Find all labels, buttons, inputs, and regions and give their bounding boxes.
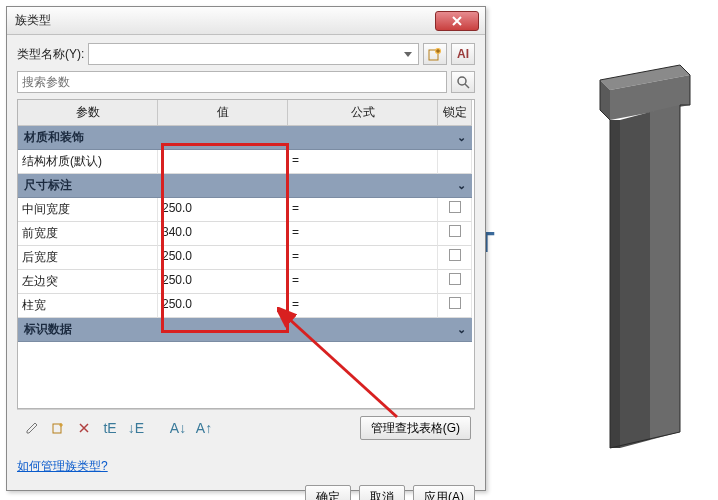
3d-column-preview [580,60,700,460]
sort-desc-button[interactable]: A↑ [193,417,215,439]
cell-lock[interactable] [438,150,472,174]
new-type-button[interactable] [423,43,447,65]
cancel-button[interactable]: 取消 [359,485,405,500]
close-icon [451,15,463,27]
help-link[interactable]: 如何管理族类型? [17,459,108,473]
type-name-label: 类型名称(Y): [17,46,84,63]
cell-value[interactable]: 250.0 [158,294,288,318]
cell-param[interactable]: 左边突 [18,270,158,294]
svg-marker-11 [620,112,650,448]
cell-formula[interactable]: = [288,270,438,294]
cell-param[interactable]: 中间宽度 [18,198,158,222]
cell-formula[interactable]: = [288,222,438,246]
section-materials[interactable]: 材质和装饰 ⌄ [18,126,472,150]
delete-param-button[interactable] [73,417,95,439]
move-down-icon: ↓E [128,420,144,436]
rename-type-button[interactable]: AI [451,43,475,65]
section-identity[interactable]: 标识数据 ⌄ [18,318,472,342]
search-input[interactable] [17,71,447,93]
type-name-row: 类型名称(Y): AI [17,43,475,65]
cell-value[interactable]: 250.0 [158,246,288,270]
new-param-icon [51,421,65,435]
svg-marker-13 [610,120,620,448]
lock-checkbox[interactable] [449,225,461,237]
col-value: 值 [158,100,288,126]
move-up-button[interactable]: tE [99,417,121,439]
cell-lock[interactable] [438,198,472,222]
move-up-icon: tE [103,420,116,436]
lock-checkbox[interactable] [449,273,461,285]
dialog-footer: 确定 取消 应用(A) [7,481,485,500]
cell-formula[interactable]: = [288,198,438,222]
ok-button[interactable]: 确定 [305,485,351,500]
move-down-button[interactable]: ↓E [125,417,147,439]
cell-param[interactable]: 后宽度 [18,246,158,270]
cell-value[interactable] [158,150,288,174]
titlebar: 族类型 [7,7,485,35]
cell-value[interactable]: 340.0 [158,222,288,246]
new-param-button[interactable] [47,417,69,439]
lock-checkbox[interactable] [449,297,461,309]
dialog-title: 族类型 [15,12,51,29]
delete-icon [77,421,91,435]
search-row [17,71,475,93]
apply-button[interactable]: 应用(A) [413,485,475,500]
lock-checkbox[interactable] [449,249,461,261]
cell-lock[interactable] [438,270,472,294]
col-lock: 锁定 [438,100,472,126]
parameter-table: 参数 值 公式 锁定 材质和装饰 ⌄ 结构材质(默认) = 尺寸标注 ⌄ 中间宽… [17,99,475,409]
cell-param[interactable]: 前宽度 [18,222,158,246]
cell-value[interactable]: 250.0 [158,270,288,294]
cell-formula[interactable]: = [288,294,438,318]
manage-lookup-button[interactable]: 管理查找表格(G) [360,416,471,440]
cell-lock[interactable] [438,294,472,318]
close-button[interactable] [435,11,479,31]
bottom-toolbar: tE ↓E A↓ A↑ 管理查找表格(G) [17,409,475,446]
edit-param-button[interactable] [21,417,43,439]
search-icon [456,75,470,89]
section-dimensions[interactable]: 尺寸标注 ⌄ [18,174,472,198]
pencil-icon [25,421,39,435]
search-button[interactable] [451,71,475,93]
cell-formula[interactable]: = [288,246,438,270]
sort-asc-button[interactable]: A↓ [167,417,189,439]
cell-lock[interactable] [438,222,472,246]
chevron-icon: ⌄ [457,179,466,192]
cell-param[interactable]: 柱宽 [18,294,158,318]
new-type-icon [428,47,442,61]
cell-param[interactable]: 结构材质(默认) [18,150,158,174]
col-formula: 公式 [288,100,438,126]
type-name-select[interactable] [88,43,419,65]
col-param: 参数 [18,100,158,126]
svg-marker-12 [650,105,680,440]
cell-lock[interactable] [438,246,472,270]
sort-asc-icon: A↓ [170,420,186,436]
chevron-icon: ⌄ [457,323,466,336]
family-types-dialog: 族类型 类型名称(Y): AI [6,6,486,491]
chevron-icon: ⌄ [457,131,466,144]
cell-value[interactable]: 250.0 [158,198,288,222]
svg-point-6 [458,77,466,85]
cell-formula[interactable]: = [288,150,438,174]
rename-icon: AI [457,47,469,61]
sort-desc-icon: A↑ [196,420,212,436]
lock-checkbox[interactable] [449,201,461,213]
